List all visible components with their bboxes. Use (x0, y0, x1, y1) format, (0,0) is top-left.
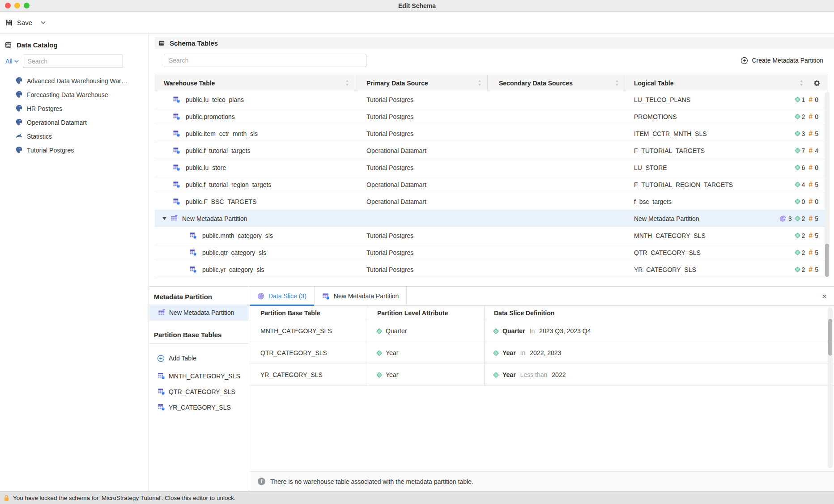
catalog-filter-row: All (5, 55, 149, 68)
logical-table-cell: LU_STORE 6 # 0 (625, 164, 828, 171)
metric-count: 0 (815, 198, 818, 205)
schema-tables-search-input[interactable] (164, 54, 366, 67)
create-metadata-partition-button[interactable]: Create Metadata Partition (740, 57, 823, 64)
attribute-count-badge: 2 (796, 266, 805, 273)
warehouse-table-icon (189, 232, 197, 239)
base-table-item[interactable]: MNTH_CATEGORY_SLS (149, 368, 249, 384)
column-header-secondary-data-sources[interactable]: Secondary Data Sources (488, 75, 625, 91)
table-row[interactable]: public.mnth_category_sls Tutorial Postgr… (155, 227, 828, 244)
attribute-diamond-icon (376, 350, 382, 356)
status-bar: You have locked the schema for 'MicroStr… (0, 491, 834, 504)
save-icon (5, 19, 13, 26)
close-panel-icon[interactable]: × (822, 292, 827, 301)
data-catalog-title: Data Catalog (17, 41, 58, 49)
table-row[interactable]: public.yr_category_sls Tutorial Postgres… (155, 261, 828, 278)
base-table-item[interactable]: YR_CATEGORY_SLS (149, 399, 249, 415)
partition-item-selected[interactable]: New Metadata Partition (149, 305, 249, 321)
partition-level-attribute-name: Year (386, 349, 398, 356)
save-button[interactable]: Save (5, 19, 46, 26)
table-row[interactable]: public.f_tutorial_region_targets Operati… (155, 176, 828, 193)
tab-data-slice[interactable]: Data Slice (3) (250, 287, 315, 305)
catalog-source-list: Advanced Data Warehousing War… Forecasti… (0, 74, 149, 157)
catalog-source-item[interactable]: Forecasting Data Warehouse (0, 88, 149, 102)
metric-hash-icon: # (808, 215, 813, 222)
attribute-diamond-icon (795, 165, 800, 170)
base-table-item[interactable]: QTR_CATEGORY_SLS (149, 384, 249, 399)
schema-tables-title: Schema Tables (170, 39, 218, 47)
attribute-count: 2 (802, 232, 805, 239)
sort-icon[interactable] (615, 80, 619, 86)
data-slice-row[interactable]: MNTH_CATEGORY_SLS Quarter Quarter In 202… (250, 320, 834, 342)
partition-level-attribute-cell: Year (368, 342, 485, 364)
info-icon: i (258, 478, 265, 485)
count-badges: 2 # 0 (796, 113, 819, 120)
postgres-icon (15, 146, 23, 154)
data-slice-row[interactable]: YR_CATEGORY_SLS Year Year Less than 2022 (250, 364, 834, 386)
warehouse-table-cell: public.F_BSC_TARGETS (155, 198, 355, 205)
data-slice-scrollbar[interactable] (828, 307, 833, 468)
partition-level-attribute-cell: Quarter (368, 320, 485, 342)
metric-count: 5 (815, 130, 818, 137)
scrollbar-thumb[interactable] (828, 319, 832, 356)
expand-arrow-icon[interactable] (162, 217, 166, 220)
data-catalog-sidebar: Data Catalog All Advanced Data Warehousi… (0, 34, 149, 491)
status-message: You have locked the schema for 'MicroStr… (13, 495, 236, 501)
sort-icon[interactable] (345, 80, 349, 86)
column-header-warehouse-table[interactable]: Warehouse Table (155, 75, 355, 91)
catalog-source-item[interactable]: Advanced Data Warehousing War… (0, 74, 149, 88)
warehouse-table-name: public.lu_store (186, 164, 226, 171)
attribute-diamond-icon (795, 267, 800, 272)
catalog-source-item[interactable]: Operational Datamart (0, 115, 149, 129)
data-slice-row[interactable]: QTR_CATEGORY_SLS Year Year In 2022, 2023 (250, 342, 834, 364)
attribute-diamond-icon (795, 216, 800, 221)
sort-icon[interactable] (478, 80, 481, 86)
metadata-partition-icon (158, 309, 166, 317)
catalog-filter-dropdown[interactable]: All (5, 58, 19, 65)
chevron-down-icon[interactable] (41, 21, 46, 24)
warehouse-table-icon (157, 388, 165, 395)
table-row[interactable]: public.qtr_category_sls Tutorial Postgre… (155, 244, 828, 261)
window-titlebar: Edit Schema (0, 0, 834, 12)
catalog-source-item[interactable]: HR Postgres (0, 102, 149, 115)
minimize-window-button[interactable] (14, 3, 20, 8)
table-row[interactable]: New Metadata Partition New Metadata Part… (155, 210, 828, 227)
catalog-filter-value: All (5, 58, 13, 65)
table-row[interactable]: public.F_BSC_TARGETS Operational Datamar… (155, 193, 828, 210)
metric-count: 0 (815, 164, 818, 171)
table-row[interactable]: public.item_cctr_mnth_sls Tutorial Postg… (155, 125, 828, 142)
gear-icon[interactable] (813, 80, 821, 87)
attribute-diamond-icon (795, 148, 800, 153)
catalog-source-label: HR Postgres (27, 105, 62, 112)
count-badges: 2 # 5 (796, 266, 819, 273)
pie-chart-icon (779, 215, 786, 222)
metric-count-badge: # 5 (808, 130, 818, 137)
table-row[interactable]: public.lu_telco_plans Tutorial Postgres … (155, 91, 828, 108)
metric-count-badge: # 5 (808, 249, 818, 256)
table-row[interactable]: public.lu_store Tutorial Postgres LU_STO… (155, 159, 828, 176)
definition-operator: Less than (520, 371, 548, 378)
add-table-button[interactable]: Add Table (149, 353, 249, 364)
data-slice-definition-cell: Quarter In 2023 Q3, 2023 Q4 (485, 320, 834, 342)
plus-circle-icon (157, 355, 165, 362)
tab-new-metadata-partition[interactable]: New Metadata Partition (315, 287, 407, 305)
schema-tables-scrollbar[interactable] (825, 92, 830, 277)
logical-table-cell: MNTH_CATEGORY_SLS 2 # 5 (625, 232, 828, 239)
catalog-source-item[interactable]: Tutorial Postgres (0, 143, 149, 157)
close-window-button[interactable] (5, 3, 11, 8)
tab-data-slice-label: Data Slice (3) (268, 292, 306, 300)
catalog-search-input[interactable] (23, 55, 123, 68)
column-header-primary-data-source[interactable]: Primary Data Source (355, 75, 488, 91)
table-row[interactable]: public.promotions Tutorial Postgres PROM… (155, 108, 828, 125)
scrollbar-thumb[interactable] (825, 244, 829, 277)
column-header-logical-table[interactable]: Logical Table (625, 75, 828, 91)
metadata-partition-title: Metadata Partition (149, 287, 249, 305)
metric-count: 5 (815, 266, 818, 273)
sort-icon[interactable] (800, 80, 803, 86)
count-badges: 2 # 5 (796, 232, 819, 239)
table-row[interactable]: public.f_tutorial_targets Operational Da… (155, 142, 828, 159)
catalog-source-item[interactable]: Statistics (0, 129, 149, 143)
postgres-icon (15, 91, 23, 98)
partition-base-tables-title: Partition Base Tables (149, 321, 249, 344)
warehouse-table-icon (157, 403, 165, 411)
maximize-window-button[interactable] (24, 3, 30, 8)
